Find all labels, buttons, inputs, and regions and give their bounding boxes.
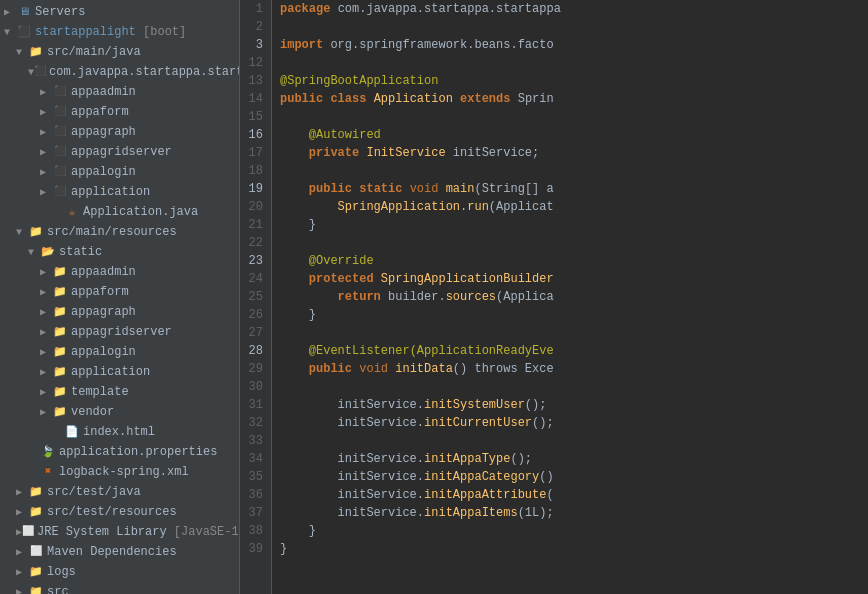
line-num-18: 18 <box>244 162 263 180</box>
tree-item-startappalight[interactable]: ▼ ⬛ startappalight [boot] <box>0 22 239 42</box>
folder-icon: 📂 <box>40 245 56 259</box>
code-line-29: public void initData() throws Exce <box>280 360 860 378</box>
code-line-36: initService.initAppaAttribute( <box>280 486 860 504</box>
package-icon: ⬛ <box>52 145 68 159</box>
tree-item-src-main-java[interactable]: ▼ 📁 src/main/java <box>0 42 239 62</box>
folder-icon: 📁 <box>52 385 68 399</box>
tree-item-appaadmin[interactable]: ▶ ⬛ appaadmin <box>0 82 239 102</box>
src-icon: 📁 <box>28 45 44 59</box>
code-line-31: initService.initSystemUser(); <box>280 396 860 414</box>
code-editor[interactable]: 1 2 3 12 13 14 15 16 17 18 19 20 21 22 2… <box>240 0 868 594</box>
line-num-39: 39 <box>244 540 263 558</box>
line-numbers-gutter: 1 2 3 12 13 14 15 16 17 18 19 20 21 22 2… <box>240 0 272 594</box>
package-icon: ⬛ <box>52 105 68 119</box>
tree-item-static-appalogin[interactable]: ▶ 📁 appalogin <box>0 342 239 362</box>
tree-item-static-appaform[interactable]: ▶ 📁 appaform <box>0 282 239 302</box>
folder-icon: 📁 <box>52 405 68 419</box>
tree-label: appaform <box>71 285 129 299</box>
code-line-37: initService.initAppaItems(1L); <box>280 504 860 522</box>
tree-item-static[interactable]: ▼ 📂 static <box>0 242 239 262</box>
tree-label: vendor <box>71 405 114 419</box>
code-line-20: SpringApplication.run(Applicat <box>280 198 860 216</box>
src-icon: 📁 <box>28 505 44 519</box>
tree-item-application-java[interactable]: ☕ Application.java <box>0 202 239 222</box>
line-num-32: 32 <box>244 414 263 432</box>
line-num-27: 27 <box>244 324 263 342</box>
tree-item-static-appagraph[interactable]: ▶ 📁 appagraph <box>0 302 239 322</box>
code-line-35: initService.initAppaCategory() <box>280 468 860 486</box>
arrow-icon: ▶ <box>16 486 28 498</box>
tree-item-app-props[interactable]: 🍃 application.properties <box>0 442 239 462</box>
tree-item-static-application[interactable]: ▶ 📁 application <box>0 362 239 382</box>
jar-icon: ⬜ <box>22 525 34 539</box>
tree-label: src/main/java <box>47 45 141 59</box>
code-line-18 <box>280 162 860 180</box>
tree-label: static <box>59 245 102 259</box>
tree-item-vendor[interactable]: ▶ 📁 vendor <box>0 402 239 422</box>
line-num-12: 12 <box>244 54 263 72</box>
arrow-icon: ▶ <box>16 546 28 558</box>
tree-label: com.javappa.startappa.startappalight <box>49 65 240 79</box>
arrow-icon: ▶ <box>16 506 28 518</box>
package-icon: ⬛ <box>52 125 68 139</box>
tree-item-com-javappa[interactable]: ▼ ⬛ com.javappa.startappa.startappalight <box>0 62 239 82</box>
tree-item-appagraph[interactable]: ▶ ⬛ appagraph <box>0 122 239 142</box>
arrow-icon: ▶ <box>40 406 52 418</box>
xml-file-icon: ✖ <box>40 465 56 479</box>
tree-item-src-main-resources[interactable]: ▼ 📁 src/main/resources <box>0 222 239 242</box>
arrow-icon: ▶ <box>40 186 52 198</box>
code-line-3: import org.springframework.beans.facto <box>280 36 860 54</box>
arrow-icon: ▼ <box>16 47 28 58</box>
arrow-icon: ▼ <box>16 227 28 238</box>
line-num-35: 35 <box>244 468 263 486</box>
arrow-icon: ▶ <box>16 566 28 578</box>
java-file-icon: ☕ <box>64 205 80 219</box>
tree-item-appalogin[interactable]: ▶ ⬛ appalogin <box>0 162 239 182</box>
tree-item-maven-deps[interactable]: ▶ ⬜ Maven Dependencies <box>0 542 239 562</box>
tree-item-appagridserver[interactable]: ▶ ⬛ appagridserver <box>0 142 239 162</box>
tree-label: src/test/java <box>47 485 141 499</box>
file-tree[interactable]: ▶ 🖥 Servers ▼ ⬛ startappalight [boot] ▼ … <box>0 0 240 594</box>
tree-item-servers[interactable]: ▶ 🖥 Servers <box>0 2 239 22</box>
arrow-icon: ▶ <box>40 386 52 398</box>
tree-label: appagridserver <box>71 325 172 339</box>
tree-item-src-test-java[interactable]: ▶ 📁 src/test/java <box>0 482 239 502</box>
line-num-1: 1 <box>244 0 263 18</box>
code-line-16: @Autowired <box>280 126 860 144</box>
tree-item-index-html[interactable]: 📄 index.html <box>0 422 239 442</box>
code-line-12 <box>280 54 860 72</box>
code-line-1: package com.javappa.startappa.startappa <box>280 0 860 18</box>
code-line-15 <box>280 108 860 126</box>
tree-label: Servers <box>35 5 85 19</box>
tree-item-application-pkg[interactable]: ▶ ⬛ application <box>0 182 239 202</box>
arrow-icon: ▶ <box>40 306 52 318</box>
code-line-26: } <box>280 306 860 324</box>
arrow-icon: ▶ <box>40 266 52 278</box>
arrow-icon: ▶ <box>40 146 52 158</box>
folder-icon: 📁 <box>52 325 68 339</box>
code-content[interactable]: package com.javappa.startappa.startappa … <box>272 0 868 594</box>
line-num-31: 31 <box>244 396 263 414</box>
tree-item-static-appaadmin[interactable]: ▶ 📁 appaadmin <box>0 262 239 282</box>
tree-item-src[interactable]: ▶ 📁 src <box>0 582 239 594</box>
arrow-icon: ▶ <box>40 166 52 178</box>
tree-label: startappalight [boot] <box>35 25 186 39</box>
tree-item-static-appagridserver[interactable]: ▶ 📁 appagridserver <box>0 322 239 342</box>
tree-item-logback[interactable]: ✖ logback-spring.xml <box>0 462 239 482</box>
line-num-13: 13 <box>244 72 263 90</box>
tree-label: appaform <box>71 105 129 119</box>
tree-item-appaform[interactable]: ▶ ⬛ appaform <box>0 102 239 122</box>
tree-item-logs[interactable]: ▶ 📁 logs <box>0 562 239 582</box>
tree-item-template[interactable]: ▶ 📁 template <box>0 382 239 402</box>
arrow-icon: ▼ <box>28 247 40 258</box>
folder-icon: 📁 <box>52 365 68 379</box>
arrow-icon: ▶ <box>40 346 52 358</box>
tree-label: src/test/resources <box>47 505 177 519</box>
tree-label: template <box>71 385 129 399</box>
folder-icon: 📁 <box>28 565 44 579</box>
tree-item-src-test-resources[interactable]: ▶ 📁 src/test/resources <box>0 502 239 522</box>
arrow-icon: ▶ <box>40 286 52 298</box>
tree-item-jre[interactable]: ▶ ⬜ JRE System Library [JavaSE-1.8] <box>0 522 239 542</box>
code-line-38: } <box>280 522 860 540</box>
arrow-icon: ▶ <box>40 86 52 98</box>
